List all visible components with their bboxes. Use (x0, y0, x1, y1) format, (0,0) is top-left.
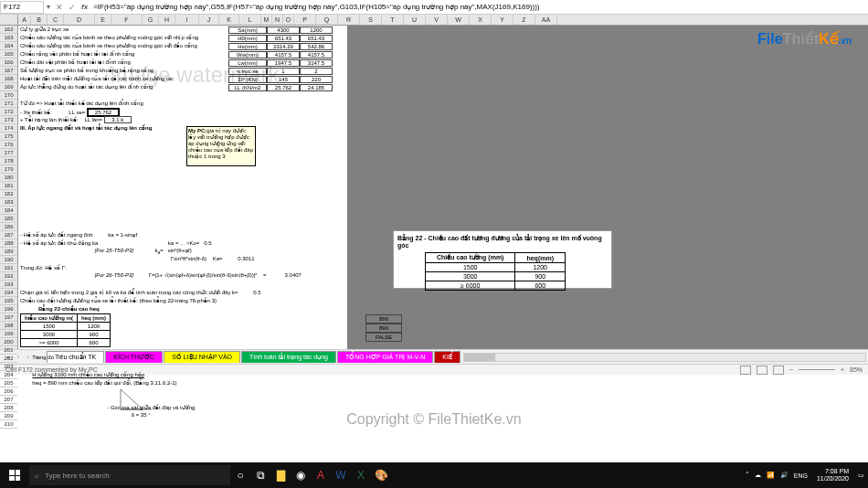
col-header-Z[interactable]: Z (513, 15, 535, 25)
taskbar-search[interactable]: ⌕ Type here to search (29, 465, 230, 485)
sheet-tab-5[interactable]: KIỂ (434, 351, 460, 363)
col-header-T[interactable]: T (382, 15, 404, 25)
accept-formula[interactable]: ✓ (66, 1, 79, 14)
col-header-H[interactable]: H (159, 15, 175, 25)
row-header-200[interactable]: 200 (0, 338, 17, 346)
col-header-V[interactable]: V (426, 15, 448, 25)
col-header-P[interactable]: P (294, 15, 316, 25)
row-header-174[interactable]: 174 (0, 124, 17, 133)
row-header-163[interactable]: 163 (0, 34, 17, 42)
col-header-E[interactable]: E (95, 15, 111, 25)
row-header-207[interactable]: 207 (0, 396, 17, 404)
row-header-191[interactable]: 191 (0, 264, 17, 272)
row-header-181[interactable]: 181 (0, 182, 17, 190)
row-header-205[interactable]: 205 (0, 379, 17, 387)
tray-cloud-icon[interactable]: ☁ (755, 472, 761, 479)
name-box[interactable]: F172 (0, 1, 44, 14)
row-header-180[interactable]: 180 (0, 174, 17, 182)
tray-clock[interactable]: 7:08 PM 11/20/2020 (813, 468, 852, 483)
col-header-R[interactable]: R (338, 15, 360, 25)
app-explorer[interactable]: ▇ (270, 462, 291, 488)
row-header-198[interactable]: 198 (0, 322, 17, 330)
zoom-level[interactable]: 85% (850, 366, 863, 373)
row-header-175[interactable]: 175 (0, 133, 17, 141)
cancel-formula[interactable]: ✕ (53, 1, 66, 14)
app-chrome[interactable]: ◉ (291, 462, 311, 488)
row-header-195[interactable]: 195 (0, 297, 17, 305)
app-autocad[interactable]: A (311, 462, 331, 488)
row-header-192[interactable]: 192 (0, 272, 17, 281)
row-header-178[interactable]: 178 (0, 157, 17, 165)
row-header-193[interactable]: 193 (0, 281, 17, 289)
col-header-J[interactable]: J (199, 15, 219, 25)
row-header-204[interactable]: 204 (0, 371, 17, 379)
row-header-187[interactable]: 187 (0, 231, 17, 239)
select-all-corner[interactable] (0, 15, 18, 25)
row-header-177[interactable]: 177 (0, 149, 17, 157)
row-header-166[interactable]: 166 (0, 58, 17, 67)
row-header-165[interactable]: 165 (0, 50, 17, 58)
tray-wifi-icon[interactable]: 📶 (767, 472, 775, 479)
row-header-186[interactable]: 186 (0, 223, 17, 231)
row-header-173[interactable]: 173 (0, 116, 17, 124)
row-header-168[interactable]: 168 (0, 75, 17, 83)
row-header-169[interactable]: 169 (0, 83, 17, 91)
cortana-icon[interactable]: ○ (230, 462, 250, 488)
col-header-N[interactable]: N (272, 15, 283, 25)
col-header-F[interactable]: F (111, 15, 143, 25)
row-header-179[interactable]: 179 (0, 165, 17, 174)
view-normal[interactable] (740, 366, 751, 375)
horizontal-scrollbar[interactable] (463, 353, 866, 362)
sheet-tab-2[interactable]: SỐ LIỆU NHẬP VÀO (164, 351, 240, 363)
row-header-172[interactable]: 172 (0, 108, 17, 116)
col-header-O[interactable]: O (283, 15, 294, 25)
zoom-in[interactable]: + (841, 366, 844, 373)
col-header-S[interactable]: S (360, 15, 382, 25)
row-header-201[interactable]: 201 (0, 346, 17, 355)
col-header-L[interactable]: L (239, 15, 261, 25)
col-header-Q[interactable]: Q (316, 15, 338, 25)
taskview-icon[interactable]: ⧉ (250, 462, 270, 488)
col-header-C[interactable]: C (48, 15, 64, 25)
row-header-182[interactable]: 182 (0, 190, 17, 198)
row-header-170[interactable]: 170 (0, 91, 17, 100)
sheet-tab-4[interactable]: TỔNG HỢP GIÁ TRỊ M-V-N (337, 351, 433, 363)
zoom-out[interactable]: − (789, 366, 793, 373)
view-pagebreak[interactable] (773, 366, 784, 375)
row-header-184[interactable]: 184 (0, 207, 17, 215)
col-header-M[interactable]: M (261, 15, 272, 25)
app-excel[interactable]: X (351, 462, 371, 488)
col-header-D[interactable]: D (64, 15, 95, 25)
tray-volume-icon[interactable]: 🔊 (780, 472, 789, 479)
row-header-197[interactable]: 197 (0, 313, 17, 322)
row-header-162[interactable]: 162 (0, 26, 17, 34)
row-header-176[interactable]: 176 (0, 141, 17, 149)
row-header-196[interactable]: 196 (0, 305, 17, 313)
col-header-B[interactable]: B (31, 15, 48, 25)
row-header-210[interactable]: 210 (0, 420, 17, 429)
row-header-167[interactable]: 167 (0, 67, 17, 75)
sheet-tab-1[interactable]: KÍCH THƯỚC (105, 351, 163, 363)
tray-chevron-icon[interactable]: ˄ (746, 472, 749, 479)
worksheet-grid[interactable]: Cự ly giữa 2 trục xeSa(mm)43001200Chiều … (18, 26, 868, 349)
col-header-X[interactable]: X (470, 15, 492, 25)
col-header-AA[interactable]: AA (535, 15, 557, 25)
row-header-190[interactable]: 190 (0, 256, 17, 264)
row-header-164[interactable]: 164 (0, 42, 17, 50)
fx-icon[interactable]: fx (81, 3, 88, 11)
row-header-188[interactable]: 188 (0, 239, 17, 248)
row-header-171[interactable]: 171 (0, 100, 17, 108)
start-button[interactable] (0, 462, 29, 488)
row-header-206[interactable]: 206 (0, 387, 17, 396)
view-layout[interactable] (757, 366, 767, 375)
row-header-199[interactable]: 199 (0, 330, 17, 338)
row-header-194[interactable]: 194 (0, 289, 17, 297)
tray-notifications-icon[interactable]: ▭ (858, 472, 864, 479)
namebox-dropdown[interactable]: ▾ (44, 1, 53, 14)
col-header-K[interactable]: K (219, 15, 239, 25)
app-paint[interactable]: 🎨 (371, 462, 391, 488)
col-header-U[interactable]: U (404, 15, 426, 25)
row-header-209[interactable]: 209 (0, 412, 17, 420)
row-header-189[interactable]: 189 (0, 248, 17, 256)
row-header-185[interactable]: 185 (0, 215, 17, 223)
